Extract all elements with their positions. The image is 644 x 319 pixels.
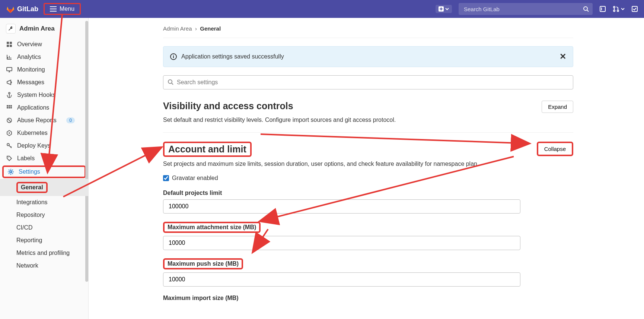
gitlab-icon [6,4,15,13]
svg-rect-9 [7,45,9,47]
sidebar-item-abuse-reports[interactable]: Abuse Reports0 [0,114,88,127]
svg-rect-2 [600,6,605,12]
sidebar-item-kubernetes[interactable]: Kubernetes [0,127,88,139]
account-collapse-button[interactable]: Collapse [537,142,573,156]
svg-point-26 [173,55,174,56]
bullhorn-icon [6,79,13,86]
field-default-projects-limit: Default projects limit [163,190,573,214]
svg-point-4 [613,10,615,12]
sidebar-item-overview[interactable]: Overview [0,38,88,51]
global-search [459,3,593,15]
search-settings [163,75,573,89]
svg-rect-11 [7,67,12,71]
svg-point-1 [584,7,587,10]
hamburger-icon [50,9,57,9]
abuse-badge: 0 [66,117,75,123]
sidebar-item-labels[interactable]: Labels [0,152,88,165]
svg-rect-8 [10,42,12,44]
success-alert: Application settings saved successfully … [163,46,573,67]
svg-rect-18 [10,107,12,108]
svg-point-5 [617,10,619,12]
gravatar-label: Gravatar enabled [172,175,218,181]
breadcrumb-current: General [200,25,221,32]
sidebar-sub-cicd[interactable]: CI/CD [0,221,88,234]
sidebar-sub-repository[interactable]: Repository [0,209,88,221]
anchor-icon [6,92,13,98]
field-max-push: Maximum push size (MB) [163,258,573,287]
brand-text: GitLab [17,5,38,13]
create-new-button[interactable] [436,5,452,13]
max-push-input[interactable] [163,272,520,287]
breadcrumb-parent[interactable]: Admin Area [163,25,192,32]
sidebar-sub-reporting[interactable]: Reporting [0,234,88,247]
sidebar-sub-metrics[interactable]: Metrics and profiling [0,247,88,259]
sidebar-scrollbar[interactable] [85,21,88,282]
svg-rect-14 [9,105,10,107]
search-icon [583,6,589,13]
max-attachment-input[interactable] [163,236,520,250]
sidebar-sub-integrations[interactable]: Integrations [0,196,88,209]
global-search-input[interactable] [459,3,593,15]
merge-requests-icon[interactable] [613,6,625,12]
topbar: GitLab Menu [0,0,644,18]
sidebar-header[interactable]: Admin Area [0,21,88,38]
visibility-expand-button[interactable]: Expand [542,101,573,113]
search-icon [168,79,173,86]
alert-close-icon[interactable]: ✕ [559,52,566,61]
account-limit-title: Account and limit [163,142,252,157]
menu-button[interactable]: Menu [44,3,81,15]
svg-rect-10 [10,45,12,47]
svg-rect-16 [7,107,8,108]
gravatar-row: Gravatar enabled [163,175,573,181]
sidebar-item-messages[interactable]: Messages [0,76,88,89]
account-desc: Set projects and maximum size limits, se… [163,161,573,167]
sidebar-item-system-hooks[interactable]: System Hooks [0,89,88,101]
apps-icon [6,104,13,111]
sidebar-item-deploy-keys[interactable]: Deploy Keys [0,139,88,152]
key-icon [6,142,13,149]
slash-icon [6,117,13,124]
menu-label: Menu [60,6,74,12]
wrench-icon [6,24,16,34]
sidebar-item-analytics[interactable]: Analytics [0,51,88,63]
chevron-down-icon [445,7,449,11]
gitlab-logo[interactable]: GitLab [6,4,38,13]
visibility-title: Visibility and access controls [163,101,293,111]
chevron-down-icon [621,7,625,11]
search-settings-input[interactable] [163,75,573,89]
plus-icon [439,6,444,12]
sidebar-item-applications[interactable]: Applications [0,101,88,114]
monitor-icon [6,66,13,73]
section-account-limit: Account and limit Collapse Set projects … [163,142,573,313]
svg-point-28 [168,80,172,83]
svg-rect-6 [632,6,637,12]
breadcrumb: Admin Area › General [163,25,573,38]
sidebar-sub-general[interactable]: General [0,179,88,196]
main-content: Admin Area › General Application setting… [89,18,644,319]
section-visibility: Visibility and access controls Expand Se… [163,101,573,133]
field-max-attachment: Maximum attachment size (MB) [163,222,573,250]
chart-icon [6,54,13,60]
sidebar-item-settings[interactable]: Settings [2,165,86,178]
svg-rect-13 [7,105,8,107]
svg-point-3 [613,6,615,8]
alert-text: Application settings saved successfully [181,53,284,60]
svg-rect-15 [10,105,12,107]
field-max-import: Maximum import size (MB) [163,295,573,301]
sidebar-item-monitoring[interactable]: Monitoring [0,63,88,76]
todos-icon[interactable] [631,6,638,12]
sidebar: Admin Area Overview Analytics Monitoring… [0,18,89,319]
svg-point-21 [9,132,10,134]
default-projects-limit-input[interactable] [163,199,520,214]
kubernetes-icon [6,130,13,136]
svg-rect-27 [173,56,174,58]
tag-icon [6,155,13,162]
svg-point-23 [8,157,9,158]
gravatar-checkbox[interactable] [163,175,169,181]
issues-icon[interactable] [599,6,606,12]
visibility-desc: Set default and restrict visibility leve… [163,117,573,123]
info-icon [170,53,177,60]
grid-icon [6,41,13,48]
sidebar-sub-network[interactable]: Network [0,259,88,272]
svg-rect-17 [9,107,10,108]
